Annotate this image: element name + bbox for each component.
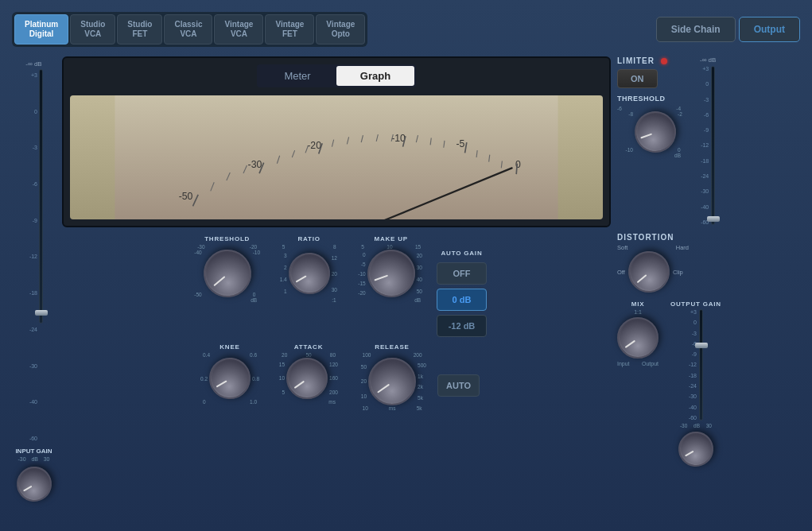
ratio-r3: 30 — [332, 287, 346, 293]
tick-m3: -3 — [25, 145, 37, 150]
tab-classic-vca[interactable]: ClassicVCA — [164, 14, 212, 45]
threshold-label: THRESHOLD — [204, 235, 250, 242]
limiter-slider[interactable] — [711, 66, 715, 225]
release-l3: 10 — [351, 393, 367, 399]
right-controls: LIMITER ON THRESHOLD -6 -4 — [617, 56, 800, 502]
auto-gain-12db-button[interactable]: -12 dB — [437, 315, 488, 337]
out-t8: -24 — [689, 383, 697, 389]
makeup-r4: 50 — [417, 289, 433, 294]
input-gain-inf-label: -∞ dB — [25, 60, 41, 68]
ratio-label: RATIO — [298, 235, 321, 242]
release-control: RELEASE 100 200 50 20 10 500 — [351, 343, 433, 411]
threshold-scale-tr: -20 — [250, 244, 257, 250]
distortion-clip-label: Clip — [673, 269, 683, 276]
makeup-l1: 0 — [350, 252, 366, 258]
attack-control: ATTACK 20 50 80 15 10 5 — [270, 343, 347, 411]
lim-t1: +3 — [701, 66, 709, 72]
distortion-title: DISTORTION — [617, 233, 800, 242]
out-t3: -3 — [689, 331, 697, 336]
limiter-threshold-knob[interactable] — [627, 103, 683, 160]
svg-text:-20: -20 — [307, 140, 321, 151]
lim-thresh-unit: dB — [617, 153, 681, 158]
lim-thresh-tr: -4 — [676, 106, 681, 111]
lim-t6: -12 — [701, 142, 709, 148]
release-label: RELEASE — [375, 343, 409, 351]
ratio-scale-tl: 5 — [282, 244, 286, 250]
tab-studio-vca[interactable]: StudioVCA — [70, 14, 115, 45]
release-tl: 100 — [363, 352, 371, 358]
attack-r2: 160 — [329, 375, 347, 381]
release-l2: 20 — [351, 378, 367, 384]
ratio-r1: 12 — [332, 255, 346, 261]
out-t10: -40 — [689, 405, 697, 410]
distortion-soft: Soft — [617, 244, 627, 251]
tick-p3: +3 — [25, 72, 37, 78]
output-gain-thumb[interactable] — [695, 343, 708, 348]
release-r4: 5k — [418, 395, 433, 401]
output-button[interactable]: Output — [739, 17, 800, 42]
knee-bl: 0 — [203, 399, 206, 405]
makeup-l4: -15 — [350, 281, 366, 286]
ratio-control: RATIO 5 8 3 2 1.4 1 1 — [273, 235, 346, 337]
out-gain-left: -30 — [680, 423, 687, 428]
out-gain-unit: dB — [694, 423, 700, 428]
ratio-l3: 1.4 — [273, 277, 287, 282]
attack-label: ATTACK — [294, 343, 324, 351]
auto-gain-0db-button[interactable]: 0 dB — [437, 289, 488, 311]
tab-studio-fet[interactable]: StudioFET — [117, 14, 162, 45]
release-r3: 2k — [418, 384, 433, 390]
distortion-knob[interactable] — [620, 242, 678, 300]
output-gain-knob[interactable] — [671, 424, 721, 474]
tab-vintage-fet[interactable]: VintageFET — [265, 14, 314, 45]
knee-left-label: 0.2 — [193, 376, 209, 382]
tick-m40: -40 — [25, 399, 37, 405]
limiter-header: LIMITER — [617, 56, 694, 65]
knee-tr: 0.6 — [250, 352, 257, 358]
right-section: LIMITER ON THRESHOLD -6 -4 — [617, 56, 800, 502]
makeup-l3: -10 — [350, 271, 366, 277]
limiter-on-button[interactable]: ON — [617, 69, 658, 88]
out-t6: -12 — [689, 362, 697, 367]
graph-tab[interactable]: Graph — [336, 66, 414, 86]
makeup-knob[interactable] — [359, 241, 424, 306]
lim-thresh-r1: -2 — [678, 111, 694, 117]
top-bar: PlatinumDigital StudioVCA StudioFET Clas… — [12, 12, 800, 47]
input-gain-slider[interactable] — [39, 69, 43, 324]
attack-r3: 200 — [329, 390, 347, 395]
limiter-slider-section: -∞ dB +3 0 -3 -6 -9 -12 -18 -24 — [700, 56, 716, 225]
input-gain-section: -∞ dB +3 0 -3 -6 -9 -12 -18 -24 -30 -40 … — [12, 56, 56, 502]
tick-m24: -24 — [25, 327, 37, 332]
output-gain-slider[interactable] — [699, 309, 703, 421]
attack-r1: 120 — [329, 362, 347, 367]
release-unit: ms — [389, 405, 396, 411]
input-gain-scale-right: 30 — [44, 456, 50, 462]
limiter-slider-thumb[interactable] — [707, 216, 720, 222]
limiter-section: LIMITER ON THRESHOLD -6 -4 — [617, 56, 694, 158]
attack-tl: 20 — [282, 352, 287, 358]
out-t1: +3 — [689, 309, 697, 315]
threshold-scale-tl: -30 — [197, 244, 204, 250]
input-gain-knob[interactable] — [10, 459, 59, 509]
out-t2: 0 — [689, 320, 697, 325]
auto-button-block: AUTO — [437, 343, 480, 411]
tab-vintage-vca[interactable]: VintageVCA — [214, 14, 263, 45]
auto-button[interactable]: AUTO — [437, 374, 480, 397]
side-chain-button[interactable]: Side Chain — [656, 17, 736, 42]
mix-control: MIX 1:1 Input Output — [617, 300, 659, 366]
mix-output-label: Output — [642, 361, 659, 366]
limiter-led — [661, 58, 667, 64]
ratio-l2: 2 — [273, 265, 287, 270]
meter-tab[interactable]: Meter — [258, 66, 336, 86]
input-gain-thumb[interactable] — [35, 310, 48, 316]
out-t11: -60 — [689, 415, 697, 421]
lim-t4: -6 — [701, 112, 709, 118]
makeup-l5: -20 — [350, 290, 366, 296]
lim-thresh-l1: -8 — [617, 111, 633, 117]
meter-face: -50 -30 -20 -10 -5 0 — [70, 95, 603, 219]
tab-platinum-digital[interactable]: PlatinumDigital — [14, 14, 68, 45]
knee-right-label: 0.8 — [251, 376, 266, 382]
mix-knob[interactable] — [608, 308, 667, 367]
tab-vintage-opto[interactable]: VintageOpto — [316, 14, 365, 45]
auto-gain-off-button[interactable]: OFF — [437, 262, 488, 285]
release-tm: 200 — [414, 352, 422, 358]
